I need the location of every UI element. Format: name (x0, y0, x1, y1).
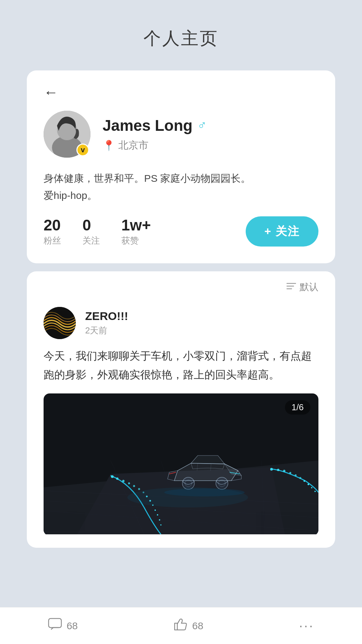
post-meta: ZERO!!! 2天前 (85, 310, 128, 336)
gender-icon: ♂ (197, 118, 207, 132)
svg-point-33 (314, 491, 316, 492)
svg-point-26 (283, 470, 286, 472)
svg-point-37 (182, 477, 194, 489)
like-icon (173, 618, 187, 634)
post-author: ZERO!!! (85, 310, 128, 323)
location-pin-icon: 📍 (103, 140, 115, 151)
sort-icon (286, 281, 296, 293)
svg-point-32 (311, 487, 312, 488)
sort-bar: 默认 (27, 271, 335, 300)
comment-count: 68 (67, 620, 78, 632)
svg-point-21 (157, 514, 158, 516)
svg-point-25 (277, 469, 280, 471)
avatar-wrapper: v (44, 111, 90, 158)
stat-likes: 1w+ 获赞 (121, 216, 151, 247)
svg-point-10 (111, 475, 114, 478)
bottom-bar: 68 68 ··· (0, 607, 362, 644)
svg-point-31 (308, 484, 309, 485)
post-content: 今天，我们来聊聊关于车机，小零双门，溜背式，有点超跑的身影，外观确实很惊艳，路上… (44, 346, 318, 384)
feed-card: 默认 ZER (27, 271, 335, 548)
svg-point-11 (116, 478, 119, 480)
svg-point-13 (128, 482, 130, 484)
svg-point-43 (164, 488, 245, 496)
svg-point-12 (122, 480, 125, 482)
post-image[interactable]: 1/6 (44, 393, 318, 536)
svg-point-39 (216, 477, 228, 489)
svg-point-28 (295, 474, 297, 476)
profile-bio: 身体健康，世界和平。PS 家庭小动物园园长。 爱hip-hop。 (44, 170, 318, 204)
svg-point-30 (304, 480, 305, 482)
stat-following: 0 关注 (82, 216, 100, 247)
profile-header: v James Long ♂ 📍 北京市 (44, 111, 318, 158)
post-time: 2天前 (85, 325, 128, 336)
svg-rect-51 (49, 619, 61, 628)
post-header: ZERO!!! 2天前 (44, 307, 318, 339)
sort-label[interactable]: 默认 (300, 281, 318, 293)
follow-button[interactable]: + 关注 (246, 216, 318, 247)
back-button[interactable]: ← (44, 84, 58, 101)
profile-card: ← v James Long ♂ (27, 70, 335, 263)
stats-row: 20 粉丝 0 关注 1w+ 获赞 + 关注 (44, 216, 318, 247)
like-action[interactable]: 68 (173, 618, 203, 634)
svg-point-14 (133, 485, 135, 487)
post-item: ZERO!!! 2天前 今天，我们来聊聊关于车机，小零双门，溜背式，有点超跑的身… (27, 300, 335, 548)
profile-name: James Long ♂ (103, 116, 207, 135)
comment-icon (48, 618, 62, 634)
svg-point-24 (270, 468, 273, 471)
profile-location: 📍 北京市 (103, 139, 207, 152)
post-avatar (44, 307, 76, 339)
svg-point-23 (160, 524, 162, 526)
stat-fans: 20 粉丝 (44, 216, 61, 247)
more-icon: ··· (299, 618, 314, 633)
profile-info: James Long ♂ 📍 北京市 (103, 116, 207, 152)
svg-point-27 (289, 472, 291, 474)
more-action[interactable]: ··· (299, 618, 314, 633)
svg-point-15 (138, 488, 140, 490)
like-count: 68 (192, 620, 203, 632)
image-counter: 1/6 (285, 400, 310, 415)
comment-action[interactable]: 68 (48, 618, 78, 634)
verified-badge: v (76, 144, 89, 156)
svg-point-29 (299, 477, 301, 479)
svg-point-20 (155, 509, 156, 511)
page-title: 个人主页 (143, 27, 219, 50)
